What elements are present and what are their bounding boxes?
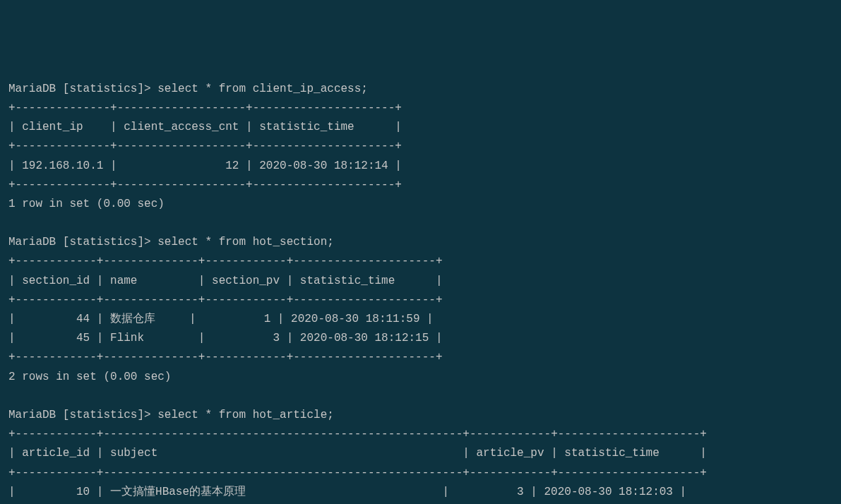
sql-command: select * from client_ip_access;: [157, 83, 368, 95]
table-header: | section_id | name | section_pv | stati…: [8, 275, 443, 287]
table-sep: +------------+--------------------------…: [8, 428, 707, 440]
table-row: | 192.168.10.1 | 12 | 2020-08-30 18:12:1…: [8, 160, 402, 172]
table-header: | article_id | subject | article_pv | st…: [8, 447, 707, 460]
table-sep: +------------+--------------+-----------…: [8, 294, 443, 306]
query-block-2: MariaDB [statistics]> select * from hot_…: [8, 236, 443, 383]
result-footer: 1 row in set (0.00 sec): [8, 198, 165, 210]
table-sep: +--------------+-------------------+----…: [8, 102, 402, 114]
sql-command: select * from hot_article;: [157, 409, 334, 421]
table-sep: +--------------+-------------------+----…: [8, 179, 402, 191]
terminal-output: MariaDB [statistics]> select * from clie…: [8, 80, 833, 504]
query-block-1: MariaDB [statistics]> select * from clie…: [8, 83, 402, 210]
prompt: MariaDB [statistics]>: [8, 83, 157, 95]
prompt: MariaDB [statistics]>: [8, 236, 157, 248]
table-row: | 45 | Flink | 3 | 2020-08-30 18:12:15 |: [8, 332, 443, 344]
result-footer: 2 rows in set (0.00 sec): [8, 371, 171, 383]
table-row: | 44 | 数据仓库 | 1 | 2020-08-30 18:11:59 |: [8, 313, 434, 325]
table-sep: +------------+--------------+-----------…: [8, 255, 443, 268]
table-sep: +--------------+-------------------+----…: [8, 140, 402, 152]
table-sep: +------------+--------------------------…: [8, 467, 707, 479]
prompt: MariaDB [statistics]>: [8, 409, 157, 421]
query-block-3: MariaDB [statistics]> select * from hot_…: [8, 409, 707, 504]
table-sep: +------------+--------------+-----------…: [8, 351, 443, 364]
sql-command: select * from hot_section;: [157, 236, 334, 248]
table-row: | 10 | 一文搞懂HBase的基本原理 | 3 | 2020-08-30 1…: [8, 486, 686, 498]
table-header: | client_ip | client_access_cnt | statis…: [8, 121, 402, 133]
